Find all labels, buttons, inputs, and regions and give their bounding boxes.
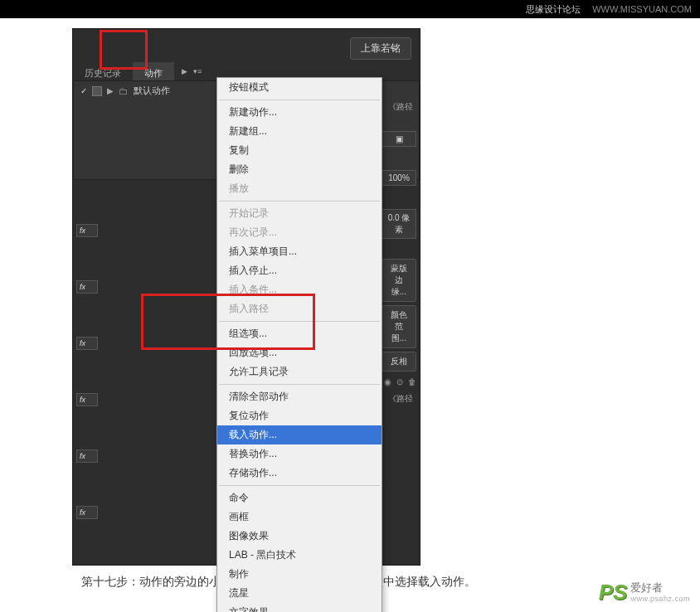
watermark: PS 爱好者 www.psahz.com	[599, 580, 690, 605]
menu-trigger-icon[interactable]: ▾≡	[192, 66, 203, 77]
right-controls: 《路径 ▣ 100% 0.0 像素 蒙版边缘... 颜色范围... 反相	[382, 100, 416, 372]
menu-insert-path[interactable]: 插入路径	[217, 299, 382, 318]
menu-play-options[interactable]: 回放选项...	[217, 343, 382, 362]
dialog-toggle[interactable]	[92, 86, 102, 96]
ps-logo: PS	[599, 580, 628, 605]
menu-clear-all[interactable]: 清除全部动作	[217, 387, 382, 406]
check-icon: ✓	[80, 86, 87, 95]
menu-lab[interactable]: LAB - 黑白技术	[217, 546, 382, 565]
menu-new-action[interactable]: 新建动作...	[217, 103, 382, 122]
refine-edge-button[interactable]: 蒙版边缘...	[382, 259, 416, 302]
trash-icon[interactable]: 🗑	[408, 377, 416, 386]
actions-context-menu: 按钮模式 新建动作... 新建组... 复制 删除 播放 开始记录 再次记录..…	[216, 77, 382, 612]
menu-load-actions[interactable]: 载入动作...	[217, 425, 382, 444]
fx-badge[interactable]: fx	[76, 224, 98, 237]
menu-image-effects[interactable]: 图像效果	[217, 527, 382, 546]
play-icon[interactable]: ▶	[180, 66, 189, 77]
mask-icon[interactable]: ▣	[382, 131, 416, 147]
menu-frames[interactable]: 画框	[217, 508, 382, 527]
paths-label: 《路径	[382, 100, 416, 114]
secondary-panel: ◉ ⊙ 🗑 《路径	[378, 377, 416, 406]
panel-icons: ◉ ⊙ 🗑	[378, 377, 416, 386]
menu-delete[interactable]: 删除	[217, 160, 382, 179]
menu-stars[interactable]: 流星	[217, 584, 382, 603]
menu-text-effects[interactable]: 文字效果	[217, 603, 382, 612]
menu-commands[interactable]: 命令	[217, 488, 382, 508]
fx-badge[interactable]: fx	[76, 393, 98, 406]
menu-insert-cond[interactable]: 插入条件...	[217, 280, 382, 299]
eye-icon[interactable]: ◉	[384, 377, 391, 386]
menu-insert-stop[interactable]: 插入停止...	[217, 261, 382, 280]
top-button[interactable]: 上靠若铭	[350, 37, 411, 60]
forum-url: WWW.MISSYUAN.COM	[592, 4, 692, 14]
fx-badge[interactable]: fx	[76, 449, 98, 463]
menu-start-record[interactable]: 开始记录	[217, 204, 382, 223]
fx-column: fx fx fx fx fx fx	[76, 224, 98, 519]
menu-separator	[219, 321, 380, 322]
panel-controls: ▶ ▾≡	[177, 62, 207, 80]
menu-new-set[interactable]: 新建组...	[217, 122, 382, 141]
menu-play[interactable]: 播放	[217, 179, 382, 198]
folder-icon: 🗀	[119, 85, 129, 97]
watermark-url: www.psahz.com	[630, 595, 690, 604]
menu-duplicate[interactable]: 复制	[217, 141, 382, 160]
menu-separator	[219, 384, 380, 385]
menu-separator	[219, 201, 380, 202]
watermark-cn: 爱好者	[630, 581, 690, 595]
menu-button-mode[interactable]: 按钮模式	[217, 78, 382, 97]
menu-reset[interactable]: 复位动作	[217, 406, 382, 425]
menu-allow-tool-record[interactable]: 允许工具记录	[217, 362, 382, 381]
paths-label-2: 《路径	[378, 391, 416, 406]
percent-value[interactable]: 100%	[382, 170, 416, 186]
expand-icon[interactable]: ▶	[107, 86, 114, 95]
menu-separator	[219, 485, 380, 486]
menu-production[interactable]: 制作	[217, 565, 382, 584]
menu-replace[interactable]: 替换动作...	[217, 444, 382, 464]
menu-insert-menu[interactable]: 插入菜单项目...	[217, 242, 382, 261]
forum-name: 思缘设计论坛	[526, 3, 581, 16]
action-label: 默认动作	[134, 85, 170, 97]
screenshot: 上靠若铭 历史记录 动作 ▶ ▾≡ ✓ ▶ 🗀 默认动作 fx fx fx fx…	[72, 28, 420, 566]
color-range-button[interactable]: 颜色范围...	[382, 305, 416, 348]
menu-record-again[interactable]: 再次记录...	[217, 223, 382, 242]
menu-save[interactable]: 存储动作...	[217, 464, 382, 483]
fx-badge[interactable]: fx	[76, 280, 98, 294]
menu-separator	[219, 100, 380, 100]
menu-set-options[interactable]: 组选项...	[217, 324, 382, 343]
chain-icon[interactable]: ⊙	[396, 377, 403, 386]
invert-button[interactable]: 反相	[382, 352, 416, 372]
fx-badge[interactable]: fx	[76, 506, 98, 519]
fx-badge[interactable]: fx	[76, 337, 98, 350]
pixels-value[interactable]: 0.0 像素	[382, 209, 416, 239]
page-header: 思缘设计论坛 WWW.MISSYUAN.COM	[0, 0, 700, 18]
